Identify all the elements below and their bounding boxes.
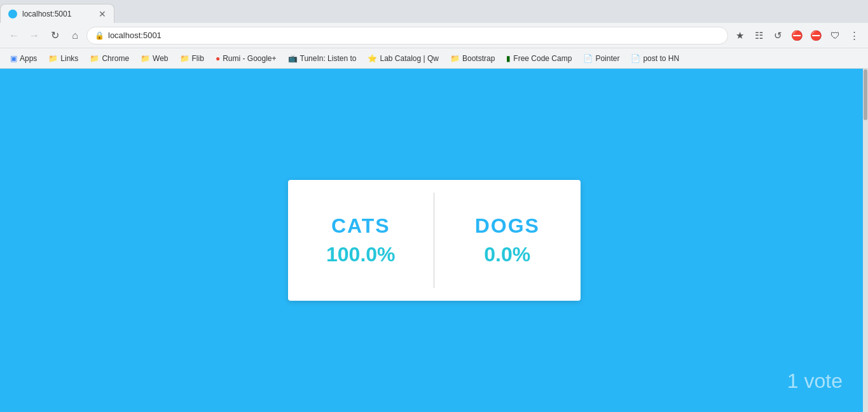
fcc-icon: ▮ xyxy=(506,54,511,63)
bookmark-lab-label: Lab Catalog | Qw xyxy=(380,54,439,63)
bookmark-links-label: Links xyxy=(60,54,78,63)
dogs-option[interactable]: DOGS 0.0% xyxy=(434,180,581,301)
bookmark-tunein-label: TuneIn: Listen to xyxy=(300,54,357,63)
bookmark-fcc[interactable]: ▮ Free Code Camp xyxy=(501,52,577,65)
bookmark-fcc-label: Free Code Camp xyxy=(513,54,572,63)
cats-percent: 100.0% xyxy=(326,243,396,266)
browser-tab[interactable]: localhost:5001 ✕ xyxy=(0,4,114,23)
layers-button[interactable]: ☷ xyxy=(750,27,768,45)
bookmark-star-button[interactable]: ★ xyxy=(731,27,748,45)
shield-button[interactable]: 🛡 xyxy=(826,27,844,45)
bookmark-post-hn-label: post to HN xyxy=(643,54,679,63)
bookmark-bootstrap-label: Bootstrap xyxy=(462,54,495,63)
scrollbar[interactable] xyxy=(863,69,868,412)
vote-count: 1 vote xyxy=(787,369,843,393)
cats-label: CATS xyxy=(331,214,390,238)
bookmark-web-label: Web xyxy=(153,54,168,63)
tab-favicon xyxy=(8,10,17,18)
refresh-circle-button[interactable]: ↺ xyxy=(769,27,787,45)
bookmark-chrome-label: Chrome xyxy=(102,54,129,63)
tab-close-button[interactable]: ✕ xyxy=(99,9,106,19)
bookmark-tunein[interactable]: 📺 TuneIn: Listen to xyxy=(283,52,362,65)
apps-icon: ▣ xyxy=(10,54,17,63)
page-icon: 📄 xyxy=(583,54,593,63)
tab-title: localhost:5001 xyxy=(22,10,93,18)
bookmark-rumi-label: Rumi - Google+ xyxy=(223,54,276,63)
rumi-icon: ● xyxy=(216,54,220,63)
scrollbar-thumb[interactable] xyxy=(864,69,867,120)
lock-icon: 🔒 xyxy=(95,31,104,40)
home-button[interactable]: ⌂ xyxy=(66,27,84,45)
nav-actions: ★ ☷ ↺ ⛔ ⛔ 🛡 ⋮ xyxy=(731,27,863,45)
block-button[interactable]: ⛔ xyxy=(788,27,806,45)
bookmark-lab[interactable]: ⭐ Lab Catalog | Qw xyxy=(362,52,444,65)
tab-bar: localhost:5001 ✕ xyxy=(0,0,868,23)
lab-icon: ⭐ xyxy=(368,54,377,63)
folder-icon: 📁 xyxy=(180,54,189,63)
dogs-percent: 0.0% xyxy=(484,243,530,266)
bookmark-links[interactable]: 📁 Links xyxy=(43,52,83,65)
bookmark-flib-label: Flib xyxy=(192,54,204,63)
nav-bar: ← → ↻ ⌂ 🔒 localhost:5001 ★ ☷ ↺ ⛔ ⛔ 🛡 ⋮ xyxy=(0,23,868,48)
bookmark-pointer[interactable]: 📄 Pointer xyxy=(578,52,624,65)
menu-button[interactable]: ⋮ xyxy=(845,27,863,45)
adblock-button[interactable]: ⛔ xyxy=(807,27,825,45)
bookmark-apps[interactable]: ▣ Apps xyxy=(5,52,42,65)
tunein-icon: 📺 xyxy=(288,54,298,63)
address-bar[interactable]: 🔒 localhost:5001 xyxy=(86,27,728,45)
folder-icon: 📁 xyxy=(450,54,460,63)
folder-icon: 📁 xyxy=(141,54,150,63)
bookmarks-bar: ▣ Apps 📁 Links 📁 Chrome 📁 Web 📁 Flib ● R… xyxy=(0,48,868,69)
page-icon: 📄 xyxy=(631,54,640,63)
address-text: localhost:5001 xyxy=(108,31,720,40)
bookmark-web[interactable]: 📁 Web xyxy=(135,52,173,65)
vote-card: CATS 100.0% DOGS 0.0% xyxy=(288,180,581,301)
reload-button[interactable]: ↻ xyxy=(46,27,64,45)
bookmark-rumi[interactable]: ● Rumi - Google+ xyxy=(210,52,282,65)
bookmark-apps-label: Apps xyxy=(20,54,37,63)
folder-icon: 📁 xyxy=(90,54,99,63)
browser-frame: localhost:5001 ✕ ← → ↻ ⌂ 🔒 localhost:500… xyxy=(0,0,868,412)
cats-option[interactable]: CATS 100.0% xyxy=(288,180,434,301)
back-button[interactable]: ← xyxy=(5,27,23,45)
bookmark-bootstrap[interactable]: 📁 Bootstrap xyxy=(445,52,500,65)
bookmark-post-hn[interactable]: 📄 post to HN xyxy=(626,52,684,65)
main-content: CATS 100.0% DOGS 0.0% 1 vote xyxy=(0,69,868,412)
forward-button[interactable]: → xyxy=(25,27,43,45)
dogs-label: DOGS xyxy=(475,214,540,238)
folder-icon: 📁 xyxy=(48,54,58,63)
bookmark-flib[interactable]: 📁 Flib xyxy=(175,52,209,65)
bookmark-chrome[interactable]: 📁 Chrome xyxy=(85,52,134,65)
bookmark-pointer-label: Pointer xyxy=(595,54,619,63)
